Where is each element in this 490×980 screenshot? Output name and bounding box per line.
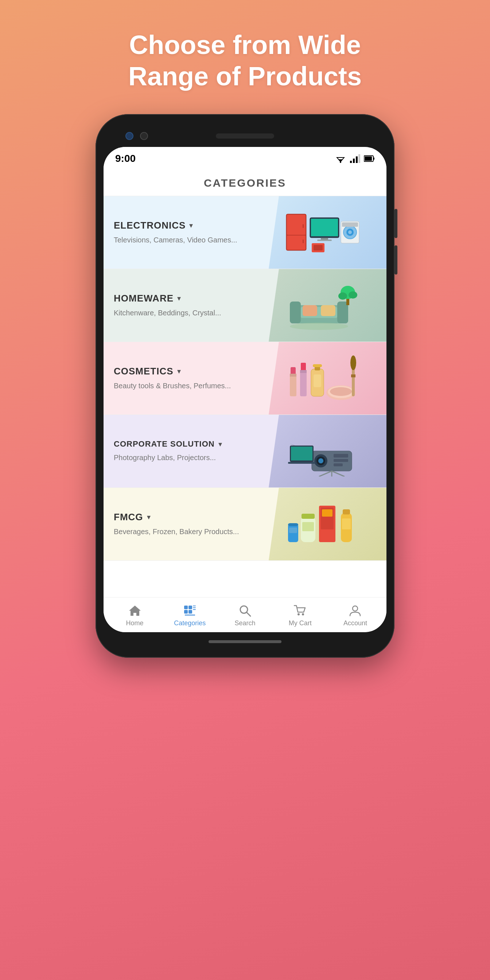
svg-rect-15: [302, 240, 304, 243]
svg-rect-4: [350, 161, 352, 163]
svg-rect-81: [184, 606, 188, 609]
category-name-corporate: CORPORATE SOLUTION: [114, 439, 215, 449]
svg-point-23: [348, 231, 352, 234]
svg-rect-76: [302, 514, 315, 519]
volume-down-button: [395, 245, 398, 275]
chevron-homeware: ▾: [177, 294, 181, 302]
svg-point-37: [290, 323, 348, 330]
cosmetics-image: [259, 342, 387, 415]
volume-up-button: [395, 209, 398, 238]
svg-rect-14: [302, 224, 304, 228]
svg-rect-6: [356, 156, 358, 163]
nav-label-account: Account: [344, 619, 367, 627]
category-item-cosmetics[interactable]: COSMETICS ▾ Beauty tools & Brushes, Perf…: [103, 342, 387, 415]
category-sub-corporate: Photography Labs, Projectors...: [114, 452, 249, 463]
svg-rect-38: [290, 374, 296, 396]
nav-item-cart[interactable]: My Cart: [273, 604, 328, 627]
svg-rect-86: [193, 608, 196, 608]
nav-item-search[interactable]: Search: [217, 604, 272, 627]
svg-rect-70: [343, 509, 350, 514]
category-item-homeware[interactable]: HOMEWARE ▾ Kitchenware, Beddings, Crysta…: [103, 269, 387, 342]
category-item-electronics[interactable]: ELECTRONICS ▾ Televisions, Cameras, Vide…: [103, 196, 387, 269]
svg-rect-32: [321, 305, 336, 316]
svg-point-35: [338, 293, 347, 300]
account-icon: [348, 604, 362, 617]
svg-rect-83: [184, 610, 188, 614]
phone-frame: 9:00: [95, 114, 395, 658]
bottom-nav: Home Categories: [103, 597, 387, 632]
nav-label-cart: My Cart: [289, 619, 312, 627]
status-time: 9:00: [115, 153, 135, 164]
camera-sensor: [140, 132, 148, 140]
speaker: [216, 134, 274, 138]
phone-screen: 9:00: [103, 147, 387, 632]
nav-label-search: Search: [234, 619, 255, 627]
nav-item-account[interactable]: Account: [328, 604, 383, 627]
chevron-electronics: ▾: [189, 221, 193, 230]
fmcg-svg: [283, 498, 363, 549]
svg-rect-19: [317, 240, 332, 241]
svg-point-93: [353, 606, 358, 611]
svg-point-3: [340, 162, 341, 163]
status-icons: [335, 154, 375, 163]
svg-rect-41: [300, 371, 307, 396]
svg-rect-79: [288, 523, 298, 526]
category-name-electronics: ELECTRONICS: [114, 220, 186, 231]
corporate-svg: [283, 425, 363, 477]
category-name-fmcg: FMCG: [114, 512, 143, 523]
categories-list[interactable]: ELECTRONICS ▾ Televisions, Cameras, Vide…: [103, 196, 387, 597]
camera-area: [126, 132, 148, 140]
svg-rect-54: [351, 374, 355, 377]
category-item-fmcg[interactable]: FMCG ▾ Beverages, Frozen, Bakery Product…: [103, 488, 387, 561]
svg-rect-7: [358, 154, 360, 163]
header-title: CATEGORIES: [204, 177, 286, 189]
cart-icon: [293, 604, 307, 617]
front-camera: [126, 132, 134, 140]
hero-line1: Choose from Wide: [129, 30, 361, 59]
home-indicator: [208, 640, 282, 643]
chevron-corporate: ▾: [218, 440, 222, 449]
app-header: CATEGORIES: [103, 170, 387, 196]
category-item-corporate[interactable]: CORPORATE SOLUTION ▾ Photography Labs, P…: [103, 415, 387, 488]
svg-rect-85: [193, 606, 196, 606]
svg-rect-59: [334, 454, 348, 458]
svg-rect-87: [193, 609, 196, 610]
svg-point-53: [350, 355, 356, 370]
electronics-image: [259, 196, 387, 269]
nav-label-home: Home: [126, 619, 144, 627]
phone-top-bar: [103, 125, 387, 147]
category-sub-homeware: Kitchenware, Beddings, Crystal...: [114, 308, 249, 318]
cosmetics-svg: [283, 353, 363, 404]
homeware-image: [259, 269, 387, 342]
categories-icon: [183, 604, 197, 617]
wifi-icon: [335, 154, 346, 163]
category-name-cosmetics: COSMETICS: [114, 366, 173, 377]
svg-line-90: [247, 612, 250, 616]
svg-line-63: [319, 471, 332, 477]
home-icon: [128, 604, 142, 617]
electronics-svg: [283, 207, 363, 258]
svg-rect-26: [313, 245, 323, 250]
status-bar: 9:00: [103, 147, 387, 170]
signal-icon: [350, 154, 360, 163]
svg-point-92: [302, 613, 304, 616]
svg-point-36: [348, 291, 357, 299]
svg-rect-9: [373, 158, 374, 160]
battery-icon: [364, 155, 375, 162]
category-sub-electronics: Televisions, Cameras, Video Games...: [114, 235, 249, 245]
svg-rect-17: [311, 219, 338, 236]
fmcg-image: [259, 488, 387, 560]
hero-section: Choose from Wide Range of Products: [128, 29, 362, 92]
search-icon: [239, 604, 251, 617]
nav-item-home[interactable]: Home: [107, 604, 162, 627]
nav-label-categories: Categories: [174, 619, 205, 627]
svg-point-51: [330, 387, 352, 396]
hero-line2: Range of Products: [128, 62, 362, 91]
category-name-homeware: HOMEWARE: [114, 293, 173, 304]
nav-item-categories[interactable]: Categories: [162, 604, 217, 627]
homeware-svg: [283, 280, 363, 331]
svg-point-58: [318, 458, 323, 463]
svg-rect-80: [289, 528, 297, 533]
chevron-cosmetics: ▾: [177, 367, 181, 375]
svg-rect-61: [334, 463, 343, 466]
